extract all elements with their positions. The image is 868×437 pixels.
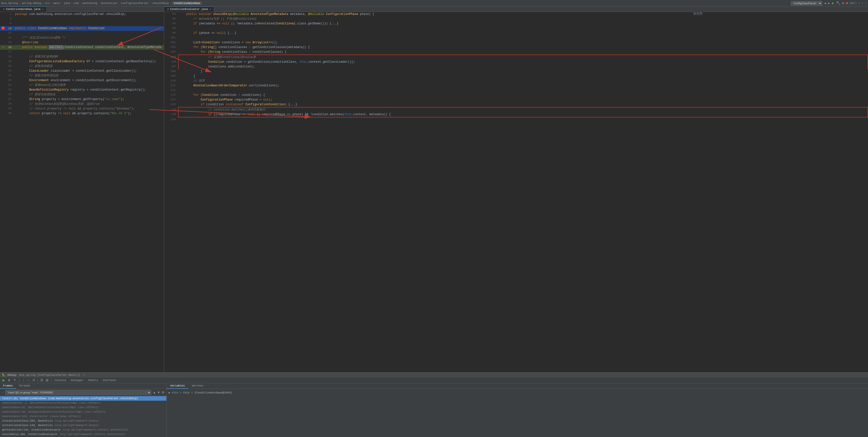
frames-list[interactable]: <init>:10, ConditionWindows (com.mashibi…: [0, 396, 166, 437]
code-line-2: 2: [0, 17, 164, 21]
code-line-10: 🔴 10 public class ConditionWindows imple…: [0, 26, 164, 31]
thread-filter-btn[interactable]: ⚙: [162, 391, 164, 394]
code-line-15: 15 @Override: [0, 40, 164, 45]
debug-list-btn[interactable]: ☰: [39, 378, 44, 382]
line-16-content: public boolean matches(ConditionContext …: [15, 45, 163, 50]
variables-tab-watches[interactable]: Watches: [188, 383, 207, 389]
frame-3-label: newInstance:45, DelegatingConstructorAcc…: [2, 410, 105, 413]
frames-tabs: Frames Threads: [0, 383, 166, 389]
debug-layout-btn[interactable]: ⊞: [45, 378, 50, 382]
frame-item-6[interactable]: instantiateClass:139, BeanUtils (org.spr…: [0, 423, 166, 428]
frame-0-label: <init>:10, ConditionWindows (com.mashibi…: [2, 397, 138, 400]
variables-tabs: Variables Watches: [167, 383, 868, 389]
breadcrumb-configclassparser[interactable]: configClassParser: [121, 2, 149, 5]
stop-button[interactable]: ■: [846, 1, 848, 5]
breadcrumb-annotation[interactable]: annotation: [101, 2, 117, 5]
line-20-content: // 获取类加载器: [15, 64, 163, 68]
right-line-90: 90 if (phase == null) {...}: [164, 31, 868, 36]
frame-item-4[interactable]: newInstance:423, Constructor (java.lang.…: [0, 414, 166, 418]
debug-pause-btn[interactable]: ⏸: [6, 378, 12, 382]
right-line-110: 110 // 排序: [164, 79, 868, 83]
line-21-content: ClassLoader classLoader = conditionConte…: [15, 69, 163, 73]
console-tab[interactable]: Console: [53, 379, 68, 382]
right-line-105-content: // 反射@Conditional的value类: [180, 55, 867, 59]
code-line-9: 9: [0, 21, 164, 26]
debug-step-into-btn[interactable]: ↓: [18, 378, 21, 382]
matches-highlight: matches: [49, 45, 63, 49]
tab-conditionwindows-close[interactable]: ✕: [42, 8, 43, 11]
frame-item-0[interactable]: <init>:10, ConditionWindows (com.mashibi…: [0, 396, 166, 401]
line-24-content: // 获取bean定义的注册类: [15, 83, 163, 87]
code-line-27: 27 String property = environment.getProp…: [0, 97, 164, 102]
debug-step-out-btn[interactable]: ↑: [22, 378, 25, 382]
debug-close-btn[interactable]: ✕: [83, 374, 85, 377]
line-23-content: Environment environment = conditionConte…: [15, 78, 163, 83]
debug-resume-btn[interactable]: ▶: [1, 378, 6, 382]
right-line-113-content: for (Condition condition : conditions) {: [179, 93, 867, 97]
tab-conditionevaluator-close[interactable]: ✕: [209, 8, 211, 11]
frames-panel: Frames Threads ✓ "main"@1 in group "main…: [0, 383, 167, 437]
frame-item-7[interactable]: getCondition:141, ConditionEvaluator (or…: [0, 428, 166, 432]
right-code-area[interactable]: 84 public boolean shouldSkip(@Nullable A…: [164, 12, 868, 372]
java-file-icon: J: [3, 8, 4, 11]
right-line-112: 112: [164, 88, 868, 93]
breadcrumb-com[interactable]: com: [74, 2, 79, 5]
variables-tab-variables[interactable]: Variables: [167, 383, 188, 389]
memory-tab[interactable]: Memory: [86, 379, 100, 382]
frame-item-8[interactable]: shouldSkip:106, ConditionEvaluator (org.…: [0, 432, 166, 437]
breadcrumb-main[interactable]: main: [54, 2, 60, 5]
debug-rerun-btn[interactable]: ↺: [31, 378, 36, 382]
frames-tab-frames[interactable]: Frames: [0, 383, 16, 389]
debug-step-over-btn[interactable]: ↷: [12, 378, 17, 382]
thread-down-btn[interactable]: ▼: [157, 391, 160, 394]
breadcrumb-mca-spring[interactable]: mca_spring: [1, 2, 18, 5]
frame-2-label: newInstance:62, NativeConstructorAccesso…: [2, 406, 99, 409]
thread-up-btn[interactable]: ▲: [153, 391, 156, 394]
breadcrumb-conditionwindows[interactable]: ConditionWindows: [173, 1, 202, 5]
right-line-106: 106 Condition condition = getCondition(c…: [165, 60, 868, 64]
right-line-89: 89: [164, 26, 868, 31]
breadcrumb-src[interactable]: src: [45, 2, 50, 5]
debug-run-cursor-btn[interactable]: →: [26, 378, 31, 382]
build-button[interactable]: 🔨: [836, 1, 840, 5]
thread-dropdown[interactable]: "main"@1 in group "main": RUNNING: [5, 390, 152, 395]
overhead-tab[interactable]: Overhead: [101, 379, 118, 382]
tab-conditionevaluator-label: ConditionEvaluator.java: [170, 8, 208, 11]
breadcrumb-java[interactable]: java: [64, 2, 70, 5]
frames-tab-threads[interactable]: Threads: [16, 383, 33, 389]
line-27-content: String property = environment.getPropert…: [15, 97, 163, 101]
breadcrumb-mashibing[interactable]: mashibing: [82, 2, 97, 5]
right-line-90-content: if (phase == null) {...}: [179, 31, 867, 35]
run-button[interactable]: ▶: [832, 1, 834, 5]
debugger-tab[interactable]: Debugger: [69, 379, 86, 382]
tab-conditionevaluator[interactable]: J ConditionEvaluator.java ✕: [164, 6, 214, 12]
code-line-20: 20 // 获取类加载器: [0, 64, 164, 69]
frame-item-1[interactable]: newInstance0:-1, NativeConstructorAccess…: [0, 401, 166, 405]
nav-left-icon[interactable]: ◀: [824, 1, 826, 5]
sync-button[interactable]: ⚙: [842, 1, 844, 5]
tab-conditionwindows[interactable]: J ConditionWindows.java ✕: [0, 6, 47, 12]
breadcrumb-spring-debug[interactable]: spring-debug: [22, 2, 41, 5]
var-expand-this[interactable]: ▶: [168, 391, 170, 394]
code-line-29: 29 // return property != null && propert…: [0, 107, 164, 111]
debug-app-label: mca_spring [ConfigClassParser.main()]: [20, 374, 80, 377]
right-line-109: 109 }: [164, 74, 868, 79]
line-1-content: package com.mashibing.annotation.configC…: [15, 12, 163, 17]
breadcrumb-bar: mca_spring › spring-debug › src › main ›…: [0, 0, 868, 6]
right-line-85: 85 // metadata为空 || 不存在@Conditional: [164, 17, 868, 21]
gutter-arrow-16: →: [1, 45, 5, 50]
red-box-105-107: 105 // 反射@Conditional的value类 106 Conditi…: [178, 55, 868, 69]
frame-item-5[interactable]: instantiateClass:205, BeanUtils (org.spr…: [0, 418, 166, 423]
frame-item-2[interactable]: newInstance:62, NativeConstructorAccesso…: [0, 405, 166, 410]
debug-body: Frames Threads ✓ "main"@1 in group "main…: [0, 383, 868, 437]
breadcrumb-shouldskip[interactable]: shouldSkip: [152, 2, 169, 5]
tab-conditionwindows-label: ConditionWindows.java: [6, 8, 40, 11]
frame-1-label: newInstance0:-1, NativeConstructorAccess…: [2, 401, 100, 404]
frame-item-3[interactable]: newInstance:45, DelegatingConstructorAcc…: [0, 410, 166, 414]
config-selector[interactable]: ConfigClassParser: [791, 1, 822, 5]
gutter-breakpoint-10[interactable]: 🔴: [1, 26, 5, 31]
left-code-area[interactable]: 1 package com.mashibing.annotation.confi…: [0, 12, 164, 372]
nav-right-icon[interactable]: ▶: [828, 1, 830, 5]
editor-area: 1 package com.mashibing.annotation.confi…: [0, 12, 868, 372]
right-line-114: 114 ConfigurationPhase requiredPhase = n…: [164, 97, 868, 102]
